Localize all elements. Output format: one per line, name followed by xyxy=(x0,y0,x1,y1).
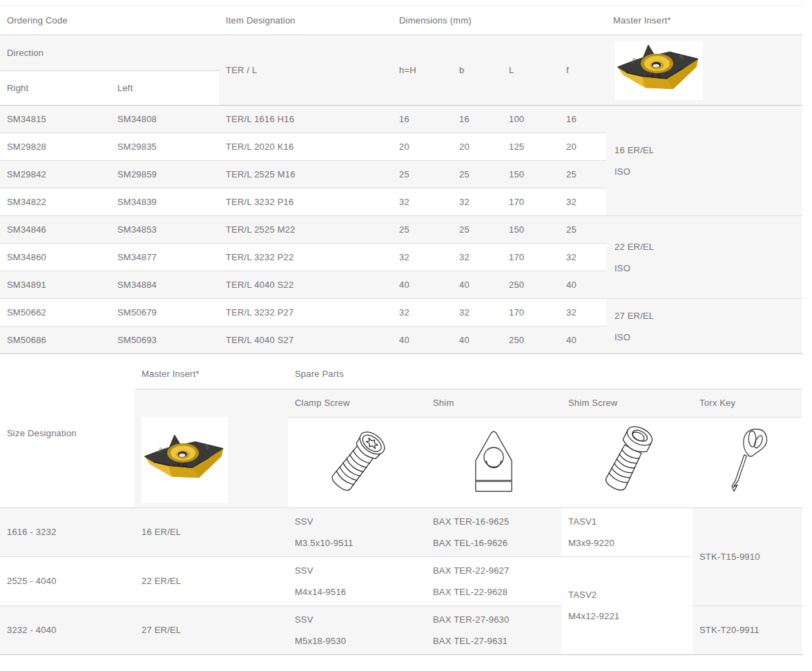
header-row-2: Direction TER / L h=H b L f xyxy=(0,35,802,71)
clamp-screw-part: SSV M3.5x10-9511 xyxy=(288,507,426,556)
ordering-code-left: SM29835 xyxy=(110,133,219,161)
torx-key-illustration-cell xyxy=(693,417,802,507)
ordering-code-right: SM29842 xyxy=(0,161,110,188)
insert-group-cell: 16 ER/EL ISO xyxy=(606,106,802,216)
part-name: SSV xyxy=(295,511,419,532)
dim-h: 25 xyxy=(392,216,452,244)
dim-l: 125 xyxy=(502,133,559,161)
torx-key-part: STK-T20-9911 xyxy=(693,605,802,654)
torx-key-part: STK-T15-9910 xyxy=(693,507,802,605)
master-insert-photo xyxy=(142,417,228,503)
master-insert-photo xyxy=(615,41,703,100)
master-insert-photo-cell xyxy=(135,389,288,507)
shim-illustration xyxy=(433,422,554,503)
torx-key-illustration xyxy=(699,422,795,503)
dim-f: 40 xyxy=(559,271,606,299)
insert-size: 16 ER/EL xyxy=(135,507,288,556)
item-designation: TER/L 3232 P16 xyxy=(219,188,392,216)
col-header-h: h=H xyxy=(392,35,452,106)
insert-size: 22 ER/EL xyxy=(135,556,288,605)
dim-b: 32 xyxy=(452,188,502,216)
col-header-item-designation: Item Designation xyxy=(219,6,392,35)
dim-h: 32 xyxy=(392,188,452,216)
insert-group-standard: ISO xyxy=(615,327,795,348)
part-number: BAX TER-16-9625 xyxy=(433,511,554,532)
col-header-direction: Direction xyxy=(0,35,219,71)
ordering-code-right: SM29828 xyxy=(0,133,110,161)
header-row-1: Ordering Code Item Designation Dimension… xyxy=(0,6,802,35)
dim-l: 250 xyxy=(502,271,559,299)
ordering-code-left: SM34808 xyxy=(110,106,219,133)
insert-group-label: 27 ER/EL xyxy=(615,305,795,327)
shim-screw-part: TASV2 M4x12-9221 xyxy=(561,556,693,654)
col-header-shim: Shim xyxy=(426,389,561,417)
part-number: BAX TEL-27-9631 xyxy=(433,630,554,652)
master-insert-photo-cell xyxy=(606,35,802,106)
dim-l: 170 xyxy=(502,244,559,271)
item-designation: TER/L 2525 M22 xyxy=(219,216,392,244)
ordering-code-left: SM34884 xyxy=(110,271,219,299)
dim-f: 40 xyxy=(559,327,606,354)
shim-part: BAX TER-16-9625 BAX TEL-16-9626 xyxy=(426,507,561,556)
part-number: BAX TER-27-9630 xyxy=(433,609,554,630)
dim-b: 32 xyxy=(452,299,502,327)
dim-b: 16 xyxy=(452,106,502,133)
dim-h: 20 xyxy=(392,133,452,161)
ordering-code-left: SM34853 xyxy=(110,216,219,244)
col-header-master-insert: Master Insert* xyxy=(606,6,802,35)
item-designation: TER/L 1616 H16 xyxy=(219,106,392,133)
dim-b: 40 xyxy=(452,271,502,299)
dim-l: 150 xyxy=(502,161,559,188)
dim-f: 25 xyxy=(559,161,606,188)
col-header-clamp-screw: Clamp Screw xyxy=(288,389,426,417)
item-designation: TER/L 4040 S27 xyxy=(219,327,392,354)
part-number: M3x9-9220 xyxy=(568,532,686,554)
col-header-right: Right xyxy=(0,71,110,106)
dim-f: 16 xyxy=(559,106,606,133)
dim-h: 40 xyxy=(392,327,452,354)
shim-illustration-cell xyxy=(426,417,561,507)
dim-l: 170 xyxy=(502,188,559,216)
dim-l: 170 xyxy=(502,299,559,327)
size-designation: 1616 - 3232 xyxy=(0,507,135,556)
spare-parts-table: Size Designation Master Insert* Spare Pa… xyxy=(0,359,802,655)
col-header-spare-parts: Spare Parts xyxy=(288,359,802,389)
part-name: SSV xyxy=(295,609,419,630)
part-name: TASV2 xyxy=(568,584,686,605)
size-designation: 2525 - 4040 xyxy=(0,556,135,605)
item-designation: TER/L 2020 K16 xyxy=(219,133,392,161)
col-header-left: Left xyxy=(110,71,219,106)
clamp-screw-illustration xyxy=(295,422,419,503)
ordering-codes-table: Ordering Code Item Designation Dimension… xyxy=(0,6,802,354)
col-header-f: f xyxy=(559,35,606,106)
ordering-code-right: SM50662 xyxy=(0,299,110,327)
clamp-screw-part: SSV M5x18-9530 xyxy=(288,605,426,654)
item-designation: TER/L 4040 S22 xyxy=(219,271,392,299)
shim-part: BAX TER-27-9630 BAX TEL-27-9631 xyxy=(426,605,561,654)
dim-f: 25 xyxy=(559,216,606,244)
shim-screw-illustration-cell xyxy=(561,417,693,507)
col-header-dimensions: Dimensions (mm) xyxy=(392,6,606,35)
ordering-code-left: SM50693 xyxy=(110,327,219,354)
insert-group-cell: 22 ER/EL ISO xyxy=(606,216,802,299)
table-row: SM50662 SM50679 TER/L 3232 P27 32 32 170… xyxy=(0,299,802,327)
insert-group-standard: ISO xyxy=(615,161,795,182)
clamp-screw-illustration-cell xyxy=(288,417,426,507)
part-number: BAX TEL-22-9628 xyxy=(433,581,554,603)
dim-f: 20 xyxy=(559,133,606,161)
item-designation: TER/L 3232 P27 xyxy=(219,299,392,327)
col-header-b: b xyxy=(452,35,502,106)
part-name: SSV xyxy=(295,560,419,581)
col-header-l: L xyxy=(502,35,559,106)
part-number: BAX TER-22-9627 xyxy=(433,560,554,581)
dim-h: 32 xyxy=(392,299,452,327)
dim-l: 250 xyxy=(502,327,559,354)
table-row: SM34846 SM34853 TER/L 2525 M22 25 25 150… xyxy=(0,216,802,244)
col-header-shim-screw: Shim Screw xyxy=(561,389,693,417)
ordering-code-right: SM34891 xyxy=(0,271,110,299)
dim-b: 25 xyxy=(452,216,502,244)
ordering-code-left: SM29859 xyxy=(110,161,219,188)
part-number: BAX TEL-16-9626 xyxy=(433,532,554,554)
insert-group-cell: 27 ER/EL ISO xyxy=(606,299,802,354)
shim-screw-illustration xyxy=(568,422,686,503)
